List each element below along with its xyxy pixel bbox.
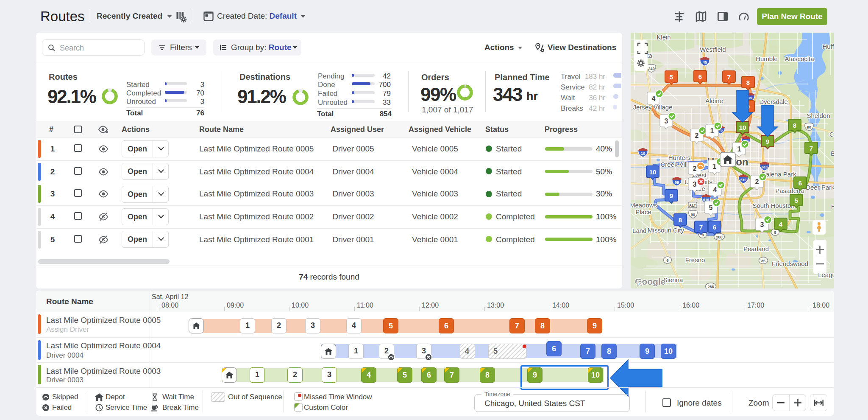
svg-text:7: 7 — [810, 145, 813, 152]
svg-text:8: 8 — [774, 230, 776, 235]
svg-text:90: 90 — [807, 125, 811, 129]
svg-text:South Houston: South Houston — [752, 202, 794, 209]
svg-text:610: 610 — [762, 165, 768, 169]
svg-text:1: 1 — [710, 127, 714, 134]
svg-text:Hunters: Hunters — [668, 154, 691, 161]
svg-text:249: 249 — [648, 67, 654, 71]
svg-text:Klein: Klein — [657, 34, 670, 41]
svg-text:ps: ps — [637, 280, 643, 287]
svg-text:ar Land: ar Land — [631, 227, 646, 234]
svg-text:3: 3 — [665, 118, 668, 125]
svg-text:4: 4 — [779, 221, 783, 228]
svg-text:Leagu: Leagu — [818, 271, 834, 278]
svg-text:35: 35 — [761, 259, 765, 263]
svg-text:Deer Park: Deer Park — [806, 184, 834, 191]
svg-text:Aldine: Aldine — [705, 97, 723, 104]
svg-text:7: 7 — [699, 224, 703, 231]
svg-text:Missouri City: Missouri City — [648, 227, 684, 234]
svg-text:8: 8 — [679, 216, 682, 224]
svg-text:8: 8 — [746, 79, 750, 86]
svg-text:10: 10 — [739, 124, 746, 131]
svg-text:ALT: ALT — [689, 203, 696, 207]
svg-text:Sheldon: Sheldon — [807, 112, 830, 119]
svg-text:6: 6 — [698, 73, 702, 80]
svg-text:Dyersdale: Dyersdale — [759, 98, 788, 105]
svg-text:288: 288 — [707, 285, 714, 289]
svg-text:B: B — [831, 150, 834, 157]
svg-text:7: 7 — [727, 73, 731, 81]
svg-text:6: 6 — [713, 224, 716, 231]
svg-text:Humble: Humble — [756, 55, 778, 62]
svg-text:5: 5 — [670, 73, 673, 81]
svg-text:9: 9 — [766, 138, 769, 145]
svg-text:9: 9 — [670, 192, 673, 199]
svg-text:3: 3 — [760, 221, 764, 228]
svg-text:Westfield: Westfield — [700, 46, 726, 53]
svg-text:Sienna: Sienna — [663, 276, 683, 283]
svg-text:6: 6 — [666, 258, 668, 263]
svg-text:Meadows: Meadows — [631, 202, 657, 209]
svg-text:2: 2 — [693, 165, 697, 172]
svg-text:610: 610 — [740, 178, 746, 182]
svg-text:1: 1 — [713, 163, 717, 170]
svg-text:Friendswood: Friendswood — [772, 260, 808, 267]
svg-text:3: 3 — [693, 181, 697, 188]
svg-text:6: 6 — [798, 179, 802, 187]
svg-text:8: 8 — [793, 122, 796, 129]
svg-text:2: 2 — [695, 132, 699, 139]
svg-text:90: 90 — [691, 213, 695, 217]
svg-text:Huff: Huff — [822, 43, 834, 50]
svg-text:10: 10 — [649, 168, 657, 176]
svg-text:H: H — [831, 203, 834, 210]
svg-text:Atascocita: Atascocita — [785, 55, 814, 62]
svg-text:Place: Place — [635, 208, 651, 216]
svg-text:Fresno: Fresno — [685, 256, 705, 263]
svg-text:5: 5 — [709, 204, 713, 211]
svg-text:288: 288 — [716, 235, 722, 239]
svg-text:45: 45 — [703, 60, 707, 64]
svg-text:5: 5 — [795, 197, 798, 204]
svg-text:2: 2 — [755, 178, 759, 185]
svg-text:1: 1 — [737, 146, 741, 153]
svg-text:4: 4 — [713, 186, 717, 193]
svg-text:69: 69 — [675, 180, 679, 185]
svg-text:C: C — [829, 131, 834, 138]
svg-text:10: 10 — [641, 151, 645, 156]
svg-text:4: 4 — [652, 95, 656, 102]
svg-text:Pearland: Pearland — [743, 245, 769, 252]
